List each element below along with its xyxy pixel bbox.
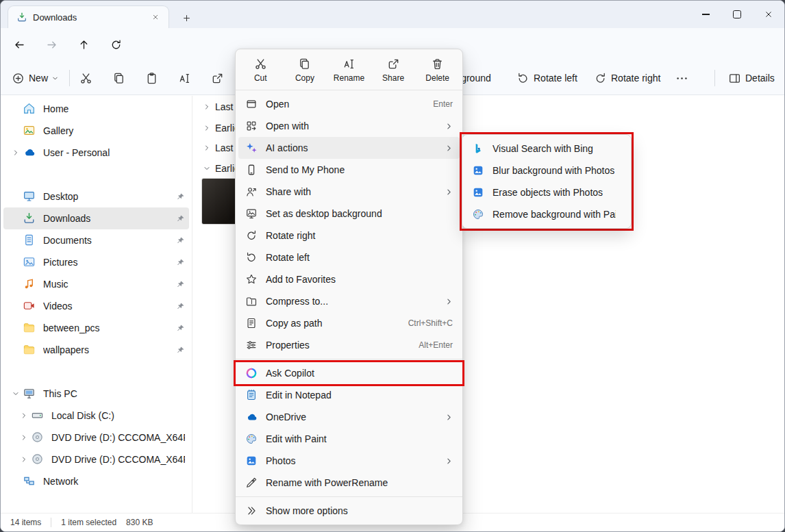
menu-item[interactable]: Copy as path Ctrl+Shift+C [238,312,460,334]
menu-item[interactable]: Open with [238,115,460,137]
more-options-button[interactable] [669,66,694,90]
expander-chevron-icon[interactable] [9,281,23,288]
refresh-button[interactable] [104,33,127,56]
quick-action-button[interactable]: Rename [327,52,371,88]
menu-item[interactable]: Rotate right [238,225,460,246]
quick-action-button[interactable]: Copy [283,52,327,88]
pin-icon [176,192,185,201]
new-tab-button[interactable] [177,9,195,27]
forward-button[interactable] [40,33,63,56]
sidebar-item[interactable]: between_pcs [3,317,189,339]
pin-icon [176,324,185,333]
expander-chevron-icon[interactable] [17,456,31,463]
back-button[interactable] [8,33,31,56]
cut-icon [254,58,267,71]
photos-icon [472,186,485,199]
sidebar-item[interactable]: DVD Drive (D:) CCCOMA_X64FRE_EN-US, [12,427,189,448]
menu-item[interactable]: Share with [238,181,460,203]
menu-item[interactable]: Compress to... [238,290,460,312]
documents-icon [23,233,38,247]
menu-item[interactable]: Show more options [238,500,460,522]
minimize-button[interactable] [690,1,721,28]
menu-item[interactable]: Blur background with Photos [465,160,628,181]
close-button[interactable] [753,1,784,28]
sidebar-item[interactable]: Local Disk (C:) [12,405,189,427]
menu-item[interactable]: Edit with Paint [238,428,460,450]
expander-chevron-icon[interactable] [9,346,23,353]
menu-item[interactable]: Ask Copilot [238,362,460,384]
pin-icon [176,236,185,245]
sidebar-item[interactable]: Home [3,98,189,120]
menu-item[interactable]: Add to Favorites [238,268,460,290]
explorer-tab[interactable]: Downloads [8,5,169,28]
expander-chevron-icon[interactable] [17,434,31,441]
expander-chevron-icon[interactable] [9,478,23,485]
menu-item[interactable]: Remove background with Paint [465,203,628,225]
chevron-right-icon [445,144,453,152]
details-button[interactable]: Details [723,66,780,90]
sidebar-item[interactable]: Network [3,470,189,492]
up-button[interactable] [72,33,95,56]
expander-chevron-icon[interactable] [200,144,214,151]
menu-item[interactable]: Open Enter [238,93,460,115]
share-button[interactable] [205,66,229,90]
sidebar-item[interactable]: DVD Drive (D:) CCCOMA_X64FRE_EN-US_D [12,448,189,470]
sidebar-item[interactable]: User - Personal [3,142,189,164]
expander-chevron-icon[interactable] [9,237,23,244]
pin-icon [176,214,185,223]
powerrename-icon [245,477,258,490]
expander-chevron-icon[interactable] [200,165,214,172]
sidebar-item[interactable]: wallpapers [3,339,189,361]
menu-item[interactable]: Erase objects with Photos [465,181,628,203]
menu-item[interactable]: Photos [238,450,460,472]
expander-chevron-icon[interactable] [200,125,214,131]
copy-button[interactable] [106,66,131,90]
menu-item[interactable]: Properties Alt+Enter [238,334,460,356]
sidebar-item[interactable]: Desktop [3,186,189,207]
paste-button[interactable] [139,66,164,90]
menu-item[interactable]: Send to My Phone [238,159,460,181]
sidebar-item[interactable]: Pictures [3,251,189,273]
quick-action-button[interactable]: Cut [238,52,283,88]
menu-item[interactable]: AI actions [238,137,460,159]
new-button[interactable]: New [6,66,64,90]
expander-chevron-icon[interactable] [9,303,23,309]
sidebar-item[interactable]: Downloads [3,207,189,229]
menu-item[interactable]: Rotate left [238,246,460,268]
expander-chevron-icon[interactable] [9,105,23,112]
sidebar-item[interactable]: Music [3,273,189,295]
expander-chevron-icon[interactable] [9,390,23,397]
expander-chevron-icon[interactable] [9,215,23,222]
tab-close-icon[interactable] [148,10,163,25]
expander-chevron-icon[interactable] [9,259,23,266]
rotate-left-button[interactable]: Rotate left [511,66,583,90]
expander-chevron-icon[interactable] [9,127,23,134]
pc-icon [23,387,38,401]
expander-chevron-icon[interactable] [9,193,23,200]
rename-button[interactable] [172,66,197,90]
expander-chevron-icon[interactable] [17,412,31,419]
menu-separator [236,90,462,90]
context-menu-items: Open Enter Open with AI actions Send to … [238,93,460,522]
quick-action-button[interactable]: Share [371,52,416,88]
rotate-right-button[interactable]: Rotate right [588,66,666,90]
quick-action-button[interactable]: Delete [415,52,460,88]
onedrive-icon [245,411,258,424]
expander-chevron-icon[interactable] [200,103,214,110]
menu-item[interactable]: Set as desktop background [238,203,460,225]
menu-item[interactable]: Rename with PowerRename [238,472,460,494]
cut-button[interactable] [73,66,98,90]
sharewith-icon [245,186,258,199]
maximize-button[interactable] [721,1,753,28]
sidebar-item[interactable]: Documents [3,229,189,251]
menu-item[interactable]: Edit in Notepad [238,384,460,406]
sidebar-item[interactable]: This PC [3,383,189,405]
expander-chevron-icon[interactable] [9,149,23,156]
expander-chevron-icon[interactable] [9,325,23,331]
paint-icon [245,433,258,446]
pin-icon [176,346,185,355]
sidebar-item[interactable]: Videos [3,295,189,317]
menu-item[interactable]: OneDrive [238,406,460,428]
menu-item[interactable]: Visual Search with Bing [465,138,628,160]
sidebar-item[interactable]: Gallery [3,120,189,142]
